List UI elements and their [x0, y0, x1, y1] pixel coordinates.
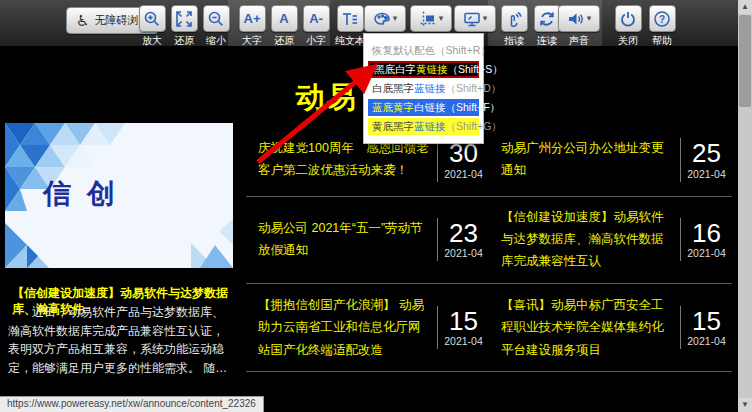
news-date: 23 2021-04 — [437, 218, 489, 261]
news-row: 动易公司 2021年“五一”劳动节放假通知 23 2021-04 【信创建设加速… — [246, 197, 732, 284]
vertical-scrollbar: ▲ ▼ — [738, 0, 752, 412]
zoom-out-label: 缩小 — [196, 34, 236, 48]
chevron-down-icon: ▾ — [587, 14, 592, 23]
news-month: 2021-04 — [438, 335, 489, 347]
menu-item-black-white-yellow[interactable]: 黑底白字黄链接（Shift+S） — [368, 61, 479, 78]
color-scheme-control[interactable]: ▾ — [362, 5, 408, 32]
chevron-down-icon: ▾ — [483, 14, 488, 23]
page-title: 动易 — [296, 78, 358, 118]
news-date: 15 2021-04 — [437, 306, 489, 349]
zoom-out-icon — [207, 10, 225, 28]
news-day: 30 — [438, 140, 489, 167]
news-date: 16 2021-04 — [680, 218, 732, 261]
news-title-link[interactable]: 动易公司 2021年“五一”劳动节放假通知 — [246, 208, 437, 272]
svg-text:?: ? — [659, 13, 665, 24]
plain-text-icon — [341, 10, 359, 28]
news-date: 25 2021-04 — [680, 138, 732, 181]
sound-label: 声音 — [556, 34, 602, 48]
news-month: 2021-04 — [681, 335, 732, 347]
font-smaller-icon: A- — [309, 12, 323, 25]
screen-settings-control[interactable]: ▾ — [452, 5, 498, 32]
menu-item-restore-default[interactable]: 恢复默认配色（Shift+R） — [368, 42, 479, 59]
zoom-in-icon — [143, 10, 161, 28]
color-scheme-menu: 恢复默认配色（Shift+R） 黑底白字黄链接（Shift+S） 白底黑字蓝链接… — [363, 33, 484, 144]
status-url-tooltip: https://www.powereasy.net/xw/announce/co… — [0, 396, 264, 412]
help-icon: ? — [653, 10, 671, 28]
news-cell: 【拥抱信创国产化浪潮】 动易助力云南省工业和信息化厅网站国产化终端适配改造 15… — [246, 284, 489, 372]
news-day: 15 — [438, 308, 489, 335]
news-day: 23 — [438, 220, 489, 247]
news-title-link[interactable]: 【拥抱信创国产化浪潮】 动易助力云南省工业和信息化厅网站国产化终端适配改造 — [246, 284, 437, 372]
news-cell: 动易公司 2021年“五一”劳动节放假通知 23 2021-04 — [246, 197, 489, 283]
help-label: 帮助 — [642, 34, 682, 48]
news-day: 15 — [681, 308, 732, 335]
news-title-link[interactable]: 【信创建设加速度】动易软件与达梦数据库、瀚高软件数据库完成兼容性互认 — [489, 197, 680, 283]
news-day: 25 — [681, 140, 732, 167]
news-date: 15 2021-04 — [680, 306, 732, 349]
accessible-browser-screen: ♿ 无障碍浏览 放大 还原 — [0, 0, 752, 412]
refresh-icon — [538, 10, 556, 28]
xinchuang-graphic: 信 创 — [5, 123, 233, 268]
monitor-icon — [463, 10, 481, 28]
news-row: 庆祝建党100周年 感恩回馈老客户第二波优惠活动来袭！ 30 2021-04 动… — [246, 124, 732, 197]
news-date: 30 2021-04 — [437, 138, 489, 181]
power-icon — [619, 10, 637, 28]
news-list: 庆祝建党100周年 感恩回馈老客户第二波优惠活动来袭！ 30 2021-04 动… — [246, 124, 732, 372]
scroll-down-button[interactable]: ▼ — [738, 398, 752, 412]
chevron-down-icon: ▾ — [393, 14, 398, 23]
news-cell: 动易广州分公司办公地址变更通知 25 2021-04 — [489, 124, 732, 196]
news-month: 2021-04 — [681, 168, 732, 180]
sound-control[interactable]: ▾ 声音 — [556, 5, 602, 48]
wheelchair-icon: ♿ — [76, 12, 89, 30]
zoom-out-control[interactable]: 缩小 — [196, 5, 236, 48]
summary-body: 近日，动易软件产品与达梦数据库、瀚高软件数据库完成产品兼容性互认证，表明双方产品… — [8, 303, 232, 377]
scroll-up-button[interactable]: ▲ — [738, 0, 752, 14]
news-month: 2021-04 — [681, 247, 732, 259]
news-title-link[interactable]: 动易广州分公司办公地址变更通知 — [489, 128, 680, 192]
news-row: 【拥抱信创国产化浪潮】 动易助力云南省工业和信息化厅网站国产化终端适配改造 15… — [246, 284, 732, 373]
news-cell: 【喜讯】动易中标广西安全工程职业技术学院全媒体集约化平台建设服务项目 15 20… — [489, 284, 732, 372]
news-month: 2021-04 — [438, 168, 489, 180]
guide-line-control[interactable]: ▾ — [408, 5, 454, 32]
menu-item-yellow-black-blue[interactable]: 黄底黑字蓝链接（Shift+G） — [368, 118, 479, 135]
menu-item-blue-yellow-white[interactable]: 蓝底黄字白链接（Shift+F） — [368, 99, 479, 116]
feature-image[interactable]: 信 创 — [5, 123, 233, 268]
font-reset-icon: A — [279, 12, 288, 25]
news-day: 16 — [681, 220, 732, 247]
speaker-icon — [567, 10, 585, 28]
scrollbar-thumb[interactable] — [739, 15, 751, 107]
news-cell: 【信创建设加速度】动易软件与达梦数据库、瀚高软件数据库完成兼容性互认 16 20… — [489, 197, 732, 283]
expand-arrows-icon — [175, 10, 193, 28]
palette-icon — [373, 10, 391, 28]
point-read-icon — [505, 10, 523, 28]
svg-text:信 创: 信 创 — [42, 178, 119, 209]
news-title-link[interactable]: 【喜讯】动易中标广西安全工程职业技术学院全媒体集约化平台建设服务项目 — [489, 284, 680, 372]
chevron-down-icon: ▾ — [439, 14, 444, 23]
help-control[interactable]: ? 帮助 — [642, 5, 682, 48]
menu-item-white-black-blue[interactable]: 白底黑字蓝链接（Shift+D） — [368, 80, 479, 97]
guide-line-icon — [419, 10, 437, 28]
font-larger-icon: A+ — [244, 12, 261, 25]
news-month: 2021-04 — [438, 247, 489, 259]
